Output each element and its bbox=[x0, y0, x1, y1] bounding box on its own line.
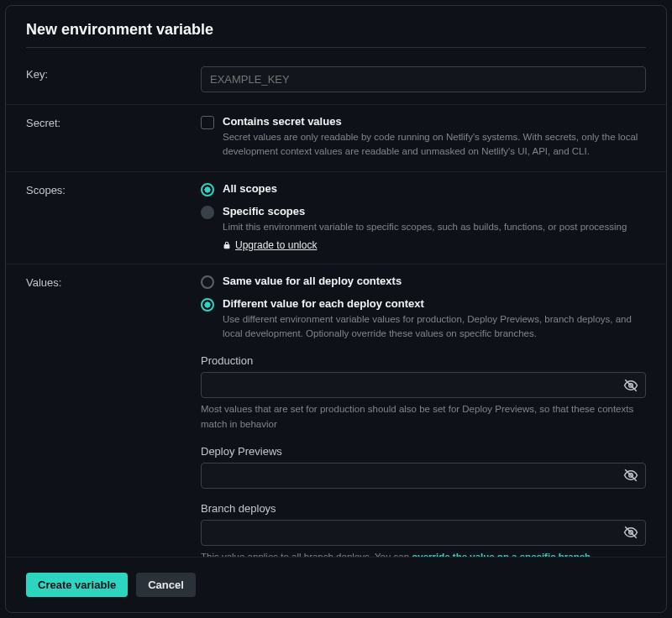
row-secret: Secret: Contains secret values Secret va… bbox=[6, 105, 666, 172]
lock-icon bbox=[223, 241, 231, 249]
scopes-label: Scopes: bbox=[6, 172, 201, 264]
cancel-button[interactable]: Cancel bbox=[136, 573, 196, 597]
key-label: Key: bbox=[6, 56, 201, 104]
secret-option-desc: Secret values are only readable by code … bbox=[223, 130, 646, 160]
row-values: Values: Same value for all deploy contex… bbox=[6, 264, 666, 557]
panel-title: New environment variable bbox=[26, 21, 646, 39]
header-divider bbox=[26, 47, 646, 48]
values-diff-title: Different value for each deploy context bbox=[223, 297, 646, 310]
secret-label: Secret: bbox=[6, 105, 201, 171]
upgrade-link-text: Upgrade to unlock bbox=[235, 239, 317, 251]
upgrade-link[interactable]: Upgrade to unlock bbox=[223, 239, 317, 251]
key-input[interactable] bbox=[201, 66, 646, 92]
scopes-specific-radio[interactable] bbox=[201, 206, 214, 219]
env-var-panel: New environment variable Key: Secret: Co… bbox=[5, 5, 667, 613]
row-key: Key: bbox=[6, 56, 666, 105]
eye-icon[interactable] bbox=[623, 468, 638, 483]
production-hint: Most values that are set for production … bbox=[201, 402, 646, 432]
values-same-title: Same value for all deploy contexts bbox=[223, 275, 402, 287]
values-diff-radio[interactable] bbox=[201, 298, 214, 312]
values-diff-desc: Use different environment variable value… bbox=[223, 312, 646, 342]
production-input[interactable] bbox=[201, 372, 646, 398]
scopes-all-radio[interactable] bbox=[201, 183, 214, 196]
production-label: Production bbox=[201, 354, 646, 367]
branch-deploys-hint: This value applies to all branch deploys… bbox=[201, 550, 646, 557]
eye-icon[interactable] bbox=[623, 525, 638, 540]
panel-footer: Create variable Cancel bbox=[6, 557, 666, 612]
secret-checkbox[interactable] bbox=[201, 116, 214, 129]
row-scopes: Scopes: All scopes Specific scopes Limit… bbox=[6, 172, 666, 264]
branch-deploys-label: Branch deploys bbox=[201, 502, 646, 515]
branch-deploys-input[interactable] bbox=[201, 520, 646, 546]
deploy-previews-label: Deploy Previews bbox=[201, 445, 646, 458]
scopes-specific-desc: Limit this environment variable to speci… bbox=[223, 220, 627, 234]
panel-body: Key: Secret: Contains secret values Secr… bbox=[6, 56, 666, 557]
scopes-specific-title: Specific scopes bbox=[223, 205, 627, 217]
deploy-previews-input[interactable] bbox=[201, 463, 646, 489]
values-same-radio[interactable] bbox=[201, 275, 214, 289]
values-label: Values: bbox=[6, 264, 201, 557]
eye-icon[interactable] bbox=[623, 378, 638, 393]
create-variable-button[interactable]: Create variable bbox=[26, 573, 128, 597]
scopes-all-title: All scopes bbox=[223, 182, 277, 195]
svg-rect-0 bbox=[224, 244, 229, 248]
panel-header: New environment variable bbox=[6, 6, 666, 56]
secret-option-title: Contains secret values bbox=[223, 115, 646, 128]
